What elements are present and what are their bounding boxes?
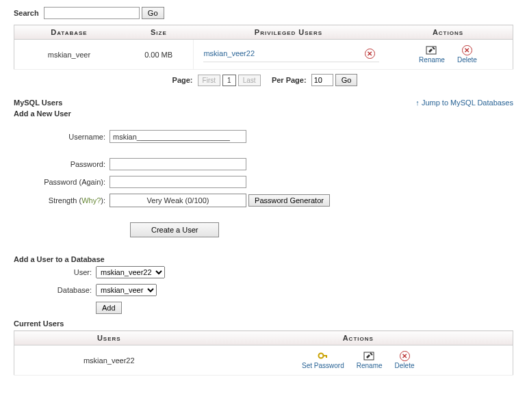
add-user-label: User: bbox=[14, 268, 96, 276]
username-input[interactable] bbox=[141, 132, 230, 141]
rename-db-button[interactable]: Rename bbox=[419, 45, 445, 64]
per-page-go-button[interactable]: Go bbox=[335, 74, 358, 86]
rename-label: Rename bbox=[419, 56, 445, 64]
delete-db-button[interactable]: ✕ Delete bbox=[457, 45, 477, 64]
svg-rect-3 bbox=[326, 355, 327, 358]
databases-table: Database Size Privileged Users Actions m… bbox=[14, 25, 513, 70]
col-user-actions: Actions bbox=[204, 331, 513, 345]
search-label: Search bbox=[14, 9, 39, 17]
pager: Page: First 1 Last Per Page: Go bbox=[14, 74, 513, 86]
delete-user-button[interactable]: ✕ Delete bbox=[395, 351, 415, 369]
add-user-to-db-title: Add a User to a Database bbox=[14, 255, 513, 263]
pager-last[interactable]: Last bbox=[238, 75, 261, 86]
svg-point-1 bbox=[318, 354, 323, 358]
priv-user-link[interactable]: mskian_veer22 bbox=[203, 49, 255, 57]
db-name: mskian_veer bbox=[14, 40, 124, 70]
pager-page-1[interactable]: 1 bbox=[222, 75, 236, 86]
delete-user-label: Delete bbox=[395, 362, 415, 369]
db-size: 0.00 MB bbox=[124, 40, 194, 70]
strength-label: Strength bbox=[49, 196, 77, 205]
rename-user-label: Rename bbox=[357, 362, 383, 369]
add-user-select[interactable]: mskian_veer22 bbox=[96, 266, 165, 278]
add-db-label: Database: bbox=[14, 286, 96, 294]
add-user-to-db-button[interactable]: Add bbox=[96, 302, 122, 314]
password-input[interactable] bbox=[110, 158, 246, 170]
col-priv-users: Privileged Users bbox=[194, 25, 383, 40]
current-users-title: Current Users bbox=[14, 319, 513, 328]
rename-user-button[interactable]: Rename bbox=[357, 351, 383, 369]
table-row: mskian_veer22 Set Password Rename ✕ Dele… bbox=[14, 345, 513, 376]
username-prefix: mskian_ bbox=[113, 133, 141, 141]
password-again-input[interactable] bbox=[110, 176, 246, 188]
edit-icon bbox=[363, 351, 376, 361]
password-again-label: Password (Again): bbox=[14, 178, 110, 186]
delete-icon: ✕ bbox=[462, 45, 472, 55]
table-row: mskian_veer 0.00 MB mskian_veer22 ✕ Rena… bbox=[14, 40, 513, 70]
create-user-button[interactable]: Create a User bbox=[130, 222, 219, 237]
per-page-input[interactable] bbox=[311, 74, 333, 86]
search-go-button[interactable]: Go bbox=[142, 7, 164, 19]
col-users: Users bbox=[14, 331, 204, 345]
arrow-up-icon: ↑ bbox=[415, 99, 420, 107]
jump-to-databases-link[interactable]: ↑ Jump to MySQL Databases bbox=[415, 99, 513, 107]
key-icon bbox=[318, 351, 329, 361]
set-password-label: Set Password bbox=[302, 362, 344, 369]
col-actions: Actions bbox=[383, 25, 513, 40]
add-new-user-title: Add a New User bbox=[14, 109, 513, 118]
pager-first[interactable]: First bbox=[198, 75, 220, 86]
username-label: Username: bbox=[14, 133, 110, 141]
col-size: Size bbox=[124, 25, 194, 40]
jump-link-text: Jump to MySQL Databases bbox=[422, 99, 513, 107]
col-database: Database bbox=[14, 25, 124, 40]
edit-icon bbox=[426, 45, 438, 55]
search-input[interactable] bbox=[44, 7, 140, 19]
password-label: Password: bbox=[14, 160, 110, 168]
strength-why-link[interactable]: Why? bbox=[81, 196, 101, 205]
current-users-table: Users Actions mskian_veer22 Set Password… bbox=[14, 330, 513, 376]
password-generator-button[interactable]: Password Generator bbox=[248, 194, 330, 207]
strength-meter: Very Weak (0/100) bbox=[110, 194, 246, 207]
user-name: mskian_veer22 bbox=[14, 345, 204, 376]
add-db-select[interactable]: mskian_veer bbox=[96, 284, 157, 296]
per-page-label: Per Page: bbox=[272, 76, 307, 84]
delete-label: Delete bbox=[457, 56, 477, 64]
delete-icon: ✕ bbox=[400, 351, 410, 361]
set-password-button[interactable]: Set Password bbox=[302, 351, 344, 369]
remove-priv-user-icon[interactable]: ✕ bbox=[365, 49, 375, 59]
page-label: Page: bbox=[172, 76, 193, 84]
